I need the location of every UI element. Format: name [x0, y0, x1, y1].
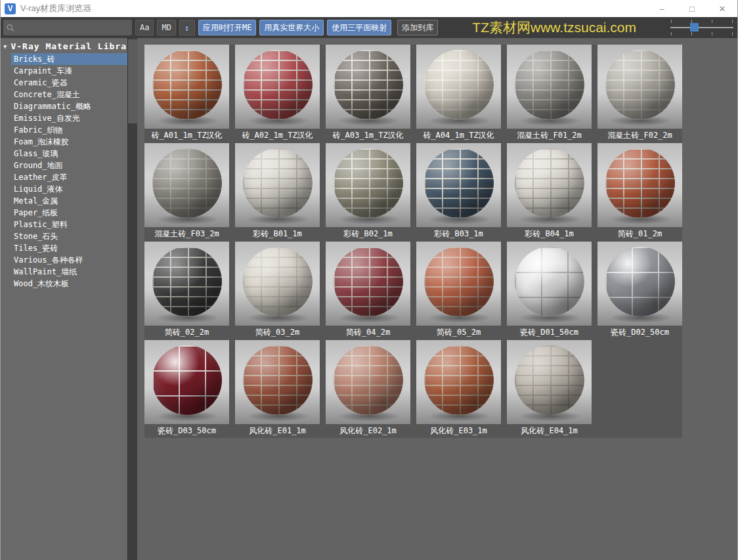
sidebar-category-item[interactable]: WallPaint_墙纸 [11, 266, 127, 278]
material-preview [235, 242, 320, 326]
md-filter-button[interactable]: MD [157, 20, 175, 35]
material-preview [235, 45, 320, 129]
window-title: V-ray材质库浏览器 [20, 3, 91, 14]
material-tile[interactable]: 风化砖_E02_1m [326, 340, 410, 438]
sidebar-category-item[interactable]: Glass_玻璃 [11, 148, 127, 160]
sidebar-category-item[interactable]: Various_各种各样 [11, 254, 127, 266]
material-tile[interactable]: 混凝土砖_F01_2m [507, 45, 592, 142]
material-label: 简砖_04_2m [326, 326, 410, 339]
material-sphere-icon [424, 50, 494, 119]
material-preview [597, 143, 682, 227]
material-tile[interactable]: 砖_A02_1m_TZ汉化 [235, 45, 320, 142]
category-sidebar: ▼ V-Ray Material Library Bricks_砖Carpain… [1, 38, 127, 560]
material-label: 风化砖_E01_1m [235, 424, 320, 438]
sidebar-category-item[interactable]: Ceramic_瓷器 [11, 77, 127, 89]
search-input[interactable] [17, 22, 129, 33]
maximize-button[interactable]: □ [677, 0, 707, 17]
material-tile[interactable]: 简砖_02_2m [144, 242, 229, 339]
material-tile[interactable]: 风化砖_E03_1m [416, 340, 501, 438]
material-tile[interactable]: 砖_A04_1m_TZ汉化 [416, 45, 501, 142]
slider-handle[interactable] [690, 23, 699, 32]
sidebar-category-item[interactable]: Carpaint_车漆 [11, 65, 127, 77]
material-preview [144, 45, 229, 129]
material-tile[interactable]: 砖_A03_1m_TZ汉化 [326, 45, 410, 142]
material-preview [416, 242, 501, 326]
material-label: 风化砖_E02_1m [326, 424, 410, 438]
material-tile[interactable]: 彩砖_B03_1m [416, 143, 501, 241]
sidebar-category-item[interactable]: Leather_皮革 [11, 171, 127, 183]
material-preview [597, 242, 682, 326]
material-sphere-icon [424, 148, 494, 218]
sidebar-category-item[interactable]: Emissive_自发光 [11, 112, 127, 124]
material-label: 简砖_01_2m [597, 227, 682, 241]
sidebar-category-item[interactable]: Paper_纸板 [11, 207, 127, 219]
material-preview [416, 340, 501, 424]
material-tile[interactable]: 瓷砖_D01_50cm [507, 242, 592, 339]
material-preview [507, 143, 592, 227]
material-preview [235, 143, 320, 227]
sidebar-category-item[interactable]: Tiles_瓷砖 [11, 242, 127, 254]
material-label: 简砖_03_2m [235, 326, 320, 339]
material-tile[interactable]: 瓷砖_D03_50cm [144, 340, 229, 438]
sidebar-category-item[interactable]: Liquid_液体 [11, 183, 127, 195]
add-to-library-button[interactable]: 添加到库 [397, 20, 438, 35]
material-tile[interactable]: 瓷砖_D02_50cm [597, 242, 682, 339]
material-sphere-icon [243, 345, 313, 415]
material-preview [144, 143, 229, 227]
sidebar-category-item[interactable]: Bricks_砖 [11, 53, 127, 65]
material-preview [235, 340, 320, 424]
minimize-button[interactable]: – [647, 0, 677, 17]
sidebar-scrollbar[interactable] [127, 38, 137, 560]
material-label: 彩砖_B02_1m [326, 227, 410, 241]
material-sphere-icon [515, 148, 584, 218]
real-world-size-toggle[interactable]: 用真实世界大小 [259, 20, 324, 35]
sidebar-category-item[interactable]: Fabric_织物 [11, 124, 127, 136]
material-tile[interactable]: 砖_A01_1m_TZ汉化 [144, 45, 229, 142]
case-sensitive-button[interactable]: Aa [135, 20, 154, 35]
material-tile[interactable]: 混凝土砖_F03_2m [144, 143, 229, 241]
tree-root[interactable]: ▼ V-Ray Material Library [1, 40, 127, 53]
material-sphere-icon [243, 50, 313, 119]
material-sphere-icon [515, 247, 584, 316]
sidebar-category-item[interactable]: Concrete_混凝土 [11, 89, 127, 100]
material-tile[interactable]: 彩砖_B01_1m [235, 143, 320, 241]
search-box[interactable] [3, 20, 132, 35]
sidebar-category-item[interactable]: Stone_石头 [11, 230, 127, 242]
material-label: 风化砖_E03_1m [416, 424, 501, 438]
material-sphere-icon [152, 148, 222, 218]
material-tile[interactable]: 简砖_01_2m [597, 143, 682, 241]
sidebar-category-item[interactable]: Diagrammatic_概略 [11, 100, 127, 112]
sidebar-category-item[interactable]: Ground_地面 [11, 160, 127, 171]
sidebar-category-item[interactable]: Foam_泡沫橡胶 [11, 136, 127, 148]
material-tile[interactable]: 混凝土砖_F02_2m [597, 45, 682, 142]
material-label: 彩砖_B01_1m [235, 227, 320, 241]
material-tile[interactable]: 彩砖_B02_1m [326, 143, 410, 241]
material-tile[interactable]: 简砖_04_2m [326, 242, 410, 339]
scrollbar-thumb[interactable] [128, 39, 137, 123]
sidebar-category-item[interactable]: Wood_木纹木板 [11, 278, 127, 290]
close-button[interactable]: ✕ [707, 0, 737, 17]
titlebar: V V-ray材质库浏览器 – □ ✕ [1, 0, 737, 17]
material-tile[interactable]: 简砖_03_2m [235, 242, 320, 339]
material-label: 彩砖_B04_1m [507, 227, 592, 241]
material-sphere-icon [152, 247, 222, 316]
material-label: 砖_A03_1m_TZ汉化 [326, 129, 410, 142]
sidebar-category-item[interactable]: Metal_金属 [11, 195, 127, 207]
material-sphere-icon [243, 247, 313, 316]
material-sphere-icon [334, 148, 403, 218]
material-tile[interactable]: 简砖_05_2m [416, 242, 501, 339]
sidebar-category-item[interactable]: Plastic_塑料 [11, 219, 127, 230]
material-preview [507, 45, 592, 129]
material-tile[interactable]: 彩砖_B04_1m [507, 143, 592, 241]
slider-track[interactable] [670, 27, 733, 28]
triplanar-mapping-toggle[interactable]: 使用三平面映射 [327, 20, 391, 35]
material-label: 瓷砖_D01_50cm [507, 326, 592, 339]
material-tile[interactable]: 风化砖_E04_1m [507, 340, 592, 438]
material-preview [326, 143, 410, 227]
tree-collapse-icon[interactable]: ▼ [3, 43, 7, 50]
material-tile[interactable]: 风化砖_E01_1m [235, 340, 320, 438]
open-in-me-toggle[interactable]: 应用时打开ME [198, 20, 256, 35]
sort-direction-button[interactable]: ↕ [179, 20, 195, 35]
thumbnail-size-slider[interactable] [670, 19, 733, 36]
material-preview [326, 45, 410, 129]
